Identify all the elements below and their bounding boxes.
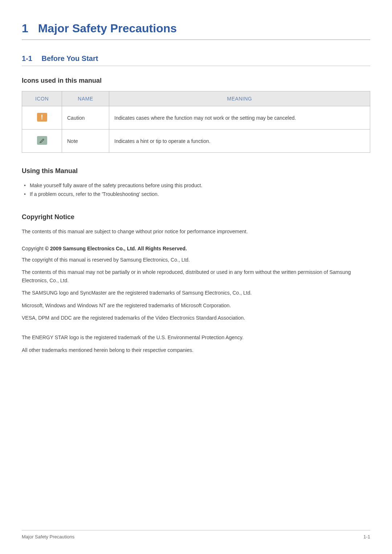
meaning-cell: Indicates cases where the function may n… [109,106,370,130]
chapter-title: 1 Major Safety Precautions [22,22,370,40]
caution-icon [37,113,47,122]
icons-table: ICON NAME MEANING Caution Indicates case… [22,91,370,153]
name-cell: Caution [62,106,109,130]
page-footer: Major Safety Precautions 1-1 [22,530,370,539]
name-cell: Note [62,130,109,153]
copyright-para: The SAMSUNG logo and SyncMaster are the … [22,289,370,297]
footer-left: Major Safety Precautions [22,534,74,539]
using-manual-heading: Using this Manual [22,167,370,175]
chapter-title-text: Major Safety Precautions [38,22,177,35]
copyright-tail: The ENERGY STAR logo is the registered t… [22,333,370,341]
icon-cell [22,130,62,153]
meaning-cell: Indicates a hint or tip to operate a fun… [109,130,370,153]
section-title: 1-1 Before You Start [22,54,370,66]
icon-cell [22,106,62,130]
copyright-line: Copyright © 2009 Samsung Electronics Co.… [22,246,370,251]
copyright-tail: All other trademarks mentioned herein be… [22,346,370,354]
th-icon: ICON [22,91,62,106]
icons-heading: Icons used in this manual [22,77,370,85]
table-row: Caution Indicates cases where the functi… [22,106,370,130]
using-manual-list: Make yourself fully aware of the safety … [22,181,370,199]
copyright-bold-text: © 2009 Samsung Electronics Co., Ltd. All… [45,246,187,251]
chapter-number: 1 [22,22,28,35]
table-row: Note Indicates a hint or tip to operate … [22,130,370,153]
section-title-text: Before You Start [41,54,98,62]
copyright-para: The contents of this manual may not be p… [22,268,370,284]
copyright-para: The copyright of this manual is reserved… [22,256,370,264]
copyright-para: VESA, DPM and DDC are the registered tra… [22,314,370,322]
list-item: If a problem occurs, refer to the 'Troub… [22,190,370,199]
th-name: NAME [62,91,109,106]
copyright-prefix: Copyright [22,246,45,251]
footer-right: 1-1 [363,534,370,539]
copyright-para: Microsoft, Windows and Windows NT are th… [22,301,370,309]
th-meaning: MEANING [109,91,370,106]
section-number: 1-1 [22,54,32,62]
copyright-heading: Copyright Notice [22,213,370,221]
list-item: Make yourself fully aware of the safety … [22,181,370,190]
note-icon [37,136,47,145]
copyright-intro: The contents of this manual are subject … [22,227,370,235]
